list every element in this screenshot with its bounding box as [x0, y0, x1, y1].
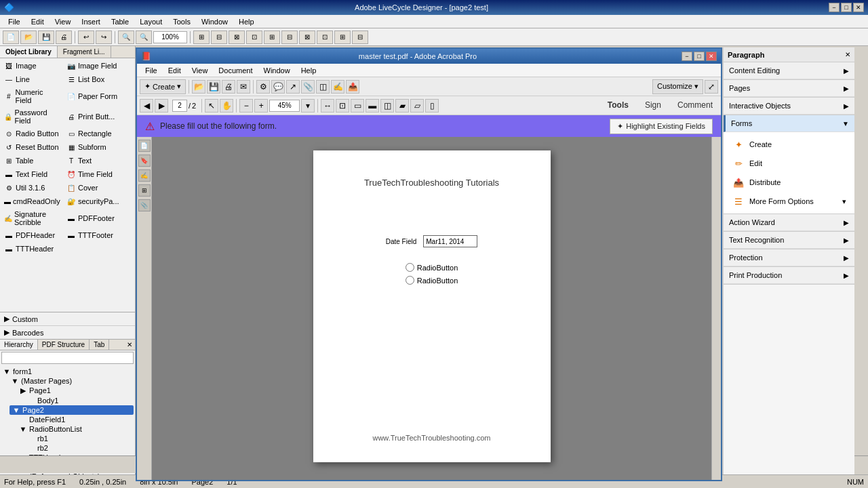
obj-item-pdffooter[interactable]: ▬PDFFooter [64, 209, 125, 228]
obj-item-rectangle[interactable]: ▭Rectangle [64, 127, 125, 140]
zoom-out-btn[interactable]: 🔍 [136, 30, 152, 44]
nav-back-btn[interactable]: ◀ [140, 99, 153, 113]
tb-btn-extra5[interactable]: ⊞ [264, 30, 280, 44]
forms-more-item[interactable]: ☰ More Form Options ▾ [729, 192, 849, 211]
action-wizard-header[interactable]: Action Wizard ▶ [724, 214, 854, 231]
obj-item-signature-scribble[interactable]: ✍Signature Scribble [1, 209, 62, 228]
zoom-in-btn[interactable]: 🔍 [118, 30, 134, 44]
leftnav-attachments[interactable]: 📎 [138, 199, 151, 211]
email-btn[interactable]: ✉ [237, 80, 250, 94]
menu-edit[interactable]: Edit [26, 16, 50, 27]
nav-forward-btn[interactable]: ▶ [155, 99, 168, 113]
interactive-objects-header[interactable]: Interactive Objects ▶ [724, 98, 854, 115]
acr-menu-win[interactable]: Window [258, 65, 296, 76]
leftnav-signatures[interactable]: ✍ [138, 169, 151, 182]
menu-table[interactable]: Table [106, 16, 134, 27]
tools-tab[interactable]: Tools [602, 98, 634, 114]
tb-btn-extra1[interactable]: ⊞ [193, 30, 210, 44]
sign-btn[interactable]: ✍ [331, 80, 344, 94]
radio-button-2[interactable] [406, 276, 414, 285]
tab-tab[interactable]: Tab [90, 340, 109, 350]
zoom-out-btn[interactable]: − [239, 99, 253, 113]
right-scrollbar[interactable] [711, 137, 721, 480]
obj-item-cover[interactable]: 📋Cover [64, 182, 125, 194]
tb-btn-extra10[interactable]: ⊟ [352, 30, 368, 44]
expand-rblist[interactable]: ▼ [19, 425, 27, 433]
obj-item-tttfooter[interactable]: ▬TTTFooter [64, 229, 125, 241]
forms-create-item[interactable]: ✦ Create [729, 135, 849, 154]
obj-item-list-box[interactable]: ☰List Box [64, 73, 125, 85]
object-library-tab[interactable]: Object Library [0, 46, 58, 58]
menu-tools[interactable]: Tools [167, 16, 196, 27]
view-1[interactable]: ▭ [351, 99, 364, 113]
acr-menu-help[interactable]: Help [296, 65, 322, 76]
zoom-field[interactable]: 100% [153, 31, 187, 43]
hand-tool[interactable]: ✋ [220, 99, 233, 113]
zoom-dropdown[interactable]: ▾ [301, 99, 315, 113]
obj-item-cmdreadonly[interactable]: ▬cmdReadOnly [1, 195, 62, 207]
menu-file[interactable]: File [3, 16, 26, 27]
expand-btn[interactable]: ◫ [316, 80, 330, 94]
expand-masterpages[interactable]: ▼ [11, 377, 19, 385]
tree-node-rb1[interactable]: rb1 [26, 434, 134, 443]
attach-btn[interactable]: 📎 [301, 80, 315, 94]
menu-help[interactable]: Help [233, 16, 260, 27]
tb-btn-extra7[interactable]: ⊠ [299, 30, 315, 44]
create-btn[interactable]: ✦ Create ▾ [140, 79, 186, 94]
open-btn[interactable]: 📂 [20, 30, 37, 44]
leftnav-bookmarks[interactable]: 🔖 [138, 155, 151, 167]
view-5[interactable]: ▱ [410, 99, 424, 113]
pdf-structure-tab[interactable]: PDF Structure [38, 340, 90, 350]
tree-node-datefield1[interactable]: DateField1 [18, 415, 134, 424]
redo-btn[interactable]: ↪ [96, 30, 112, 44]
acr-menu-doc[interactable]: Document [213, 65, 258, 76]
settings-btn[interactable]: ⚙ [256, 80, 270, 94]
acr-menu-view[interactable]: View [186, 65, 214, 76]
custom-section[interactable]: ▶ Custom [0, 312, 135, 325]
obj-item-pdfheader[interactable]: ▬PDFHeader [1, 229, 62, 241]
save-btn[interactable]: 💾 [207, 80, 220, 94]
obj-item-numeric-field[interactable]: #Numeric Field [1, 87, 62, 106]
save-btn[interactable]: 💾 [38, 30, 54, 44]
select-tool[interactable]: ↖ [205, 99, 218, 113]
menu-insert[interactable]: Insert [76, 16, 106, 27]
view-4[interactable]: ▰ [395, 99, 409, 113]
open-btn[interactable]: 📂 [192, 80, 205, 94]
pages-header[interactable]: Pages ▶ [724, 80, 854, 97]
obj-item-table[interactable]: ⊞Table [1, 155, 62, 167]
tree-label-page1[interactable]: Page1 [29, 386, 51, 394]
view-3[interactable]: ◫ [380, 99, 394, 113]
barcodes-section[interactable]: ▶ Barcodes [0, 325, 135, 339]
comment-tab[interactable]: Comment [672, 98, 718, 114]
tb-btn-extra3[interactable]: ⊠ [229, 30, 245, 44]
comment-icon-btn[interactable]: 💬 [271, 80, 285, 94]
tb-btn-extra2[interactable]: ⊟ [211, 30, 227, 44]
fit-page[interactable]: ⊡ [336, 99, 349, 113]
obj-item-time-field[interactable]: ⏰Time Field [64, 168, 125, 180]
hierarchy-tab[interactable]: Hierarchy [0, 340, 38, 350]
obj-item-securitypa...[interactable]: 🔐securityPa... [64, 195, 125, 207]
tree-label-masterpages[interactable]: (Master Pages) [21, 377, 72, 385]
hierarchy-close[interactable]: ✕ [124, 340, 135, 350]
menu-view[interactable]: View [50, 16, 77, 27]
fit-width[interactable]: ↔ [321, 99, 334, 113]
menu-layout[interactable]: Layout [134, 16, 167, 27]
obj-item-paper-form[interactable]: 📄Paper Form [64, 87, 125, 106]
tb-btn-extra8[interactable]: ⊡ [317, 30, 333, 44]
zoom-field[interactable]: 45% [269, 100, 300, 112]
date-input-field[interactable] [423, 235, 477, 247]
acr-menu-file[interactable]: File [140, 65, 163, 76]
obj-item-text[interactable]: TText [64, 155, 125, 167]
share-btn[interactable]: ↗ [286, 80, 300, 94]
print-production-header[interactable]: Print Production ▶ [724, 267, 854, 284]
search-input[interactable] [1, 352, 134, 364]
tree-node-rb2[interactable]: rb2 [26, 443, 134, 453]
export-btn[interactable]: 📤 [346, 80, 359, 94]
text-recognition-header[interactable]: Text Recognition ▶ [724, 232, 854, 249]
obj-item-reset-button[interactable]: ↺Reset Button [1, 141, 62, 153]
obj-item-util-3.1.6[interactable]: ⚙Util 3.1.6 [1, 182, 62, 194]
view-6[interactable]: ▯ [425, 99, 439, 113]
maximize-button[interactable]: □ [841, 3, 852, 12]
forms-distribute-item[interactable]: 📤 Distribute [729, 173, 849, 192]
tree-node-body1[interactable]: Body1 [26, 396, 134, 405]
